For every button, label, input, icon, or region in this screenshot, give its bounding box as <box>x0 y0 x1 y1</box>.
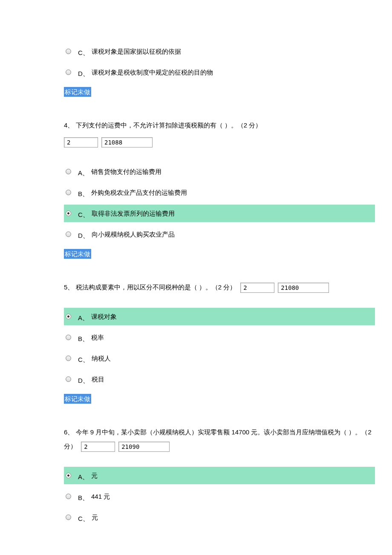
q5-stem-text: 5、 税法构成要素中，用以区分不同税种的是（ ）。（2 分） <box>64 283 236 291</box>
q4-option-d[interactable]: D、 向小规模纳税人购买农业产品 <box>64 225 375 243</box>
q4-inputs <box>64 137 375 147</box>
radio-icon[interactable] <box>66 49 71 54</box>
q5-stem: 5、 税法构成要素中，用以区分不同税种的是（ ）。（2 分） <box>64 280 375 294</box>
q5-input-2[interactable] <box>278 283 329 293</box>
radio-icon[interactable] <box>66 211 71 216</box>
radio-icon[interactable] <box>66 494 71 499</box>
q3-option-c[interactable]: C、 课税对象是国家据以征税的依据 <box>64 43 375 60</box>
mark-undone-tag[interactable]: 标记未做 <box>64 87 91 97</box>
q6-option-a[interactable]: A、 元 <box>64 467 375 484</box>
radio-icon[interactable] <box>66 169 71 174</box>
option-letter: B、 <box>78 334 89 343</box>
option-letter: C、 <box>78 48 89 57</box>
q4-stem-text: 4、 下列支付的运费中，不允许计算扣除进项税额的有（ ）。（2 分） <box>64 121 262 129</box>
q4-stem: 4、 下列支付的运费中，不允许计算扣除进项税额的有（ ）。（2 分） <box>64 118 375 132</box>
option-letter: C、 <box>78 210 89 219</box>
q5-option-d[interactable]: D、 税目 <box>64 370 375 388</box>
option-letter: B、 <box>78 493 89 502</box>
q6-option-c[interactable]: C、 元 <box>64 509 375 526</box>
q5-option-a[interactable]: A、 课税对象 <box>64 308 375 325</box>
option-letter: D、 <box>78 231 89 240</box>
q4-input-1[interactable] <box>64 137 98 147</box>
option-letter: D、 <box>78 376 89 385</box>
q4-option-a[interactable]: A、 销售货物支付的运输费用 <box>64 163 375 180</box>
radio-icon[interactable] <box>66 69 71 75</box>
option-letter: A、 <box>78 168 89 177</box>
option-text: 课税对象是税收制度中规定的征税的目的物 <box>92 68 213 77</box>
q4-input-2[interactable] <box>101 137 153 147</box>
radio-icon[interactable] <box>66 515 71 520</box>
option-text: 441 元 <box>91 492 110 501</box>
q3-option-d[interactable]: D、 课税对象是税收制度中规定的征税的目的物 <box>64 64 375 81</box>
option-letter: D、 <box>78 69 89 78</box>
q5-option-c[interactable]: C、 纳税人 <box>64 350 375 367</box>
option-text: 税目 <box>92 375 104 384</box>
option-letter: A、 <box>78 313 89 322</box>
option-letter: C、 <box>78 514 89 523</box>
radio-icon[interactable] <box>66 190 71 195</box>
option-text: 课税对象 <box>91 312 117 321</box>
q6-input-1[interactable] <box>81 442 115 452</box>
mark-undone-tag[interactable]: 标记未做 <box>64 394 91 404</box>
option-text: 取得非法发票所列的运输费用 <box>92 209 175 218</box>
q6-stem: 6、 今年 9 月中旬，某小卖部（小规模纳税人）实现零售额 14700 元。该小… <box>64 425 375 453</box>
q6-input-2[interactable] <box>118 442 170 452</box>
option-text: 销售货物支付的运输费用 <box>91 167 161 176</box>
radio-icon[interactable] <box>66 356 71 361</box>
option-text: 税率 <box>91 333 104 342</box>
option-text: 纳税人 <box>92 354 111 363</box>
radio-icon[interactable] <box>66 473 71 478</box>
mark-undone-tag[interactable]: 标记未做 <box>64 249 91 259</box>
option-text: 元 <box>92 513 98 522</box>
q4-option-c[interactable]: C、 取得非法发票所列的运输费用 <box>64 205 375 222</box>
radio-icon[interactable] <box>66 376 71 382</box>
option-letter: A、 <box>78 472 89 481</box>
option-text: 外购免税农业产品支付的运输费用 <box>91 188 187 197</box>
option-text: 课税对象是国家据以征税的依据 <box>92 47 181 56</box>
q5-option-b[interactable]: B、 税率 <box>64 329 375 346</box>
q5-input-1[interactable] <box>240 283 274 293</box>
option-letter: C、 <box>78 355 89 364</box>
q6-option-b[interactable]: B、 441 元 <box>64 488 375 505</box>
radio-icon[interactable] <box>66 314 71 319</box>
option-text: 向小规模纳税人购买农业产品 <box>92 230 175 239</box>
radio-icon[interactable] <box>66 335 71 340</box>
option-text: 元 <box>91 471 98 480</box>
radio-icon[interactable] <box>66 231 71 237</box>
option-letter: B、 <box>78 189 89 198</box>
q4-option-b[interactable]: B、 外购免税农业产品支付的运输费用 <box>64 184 375 201</box>
